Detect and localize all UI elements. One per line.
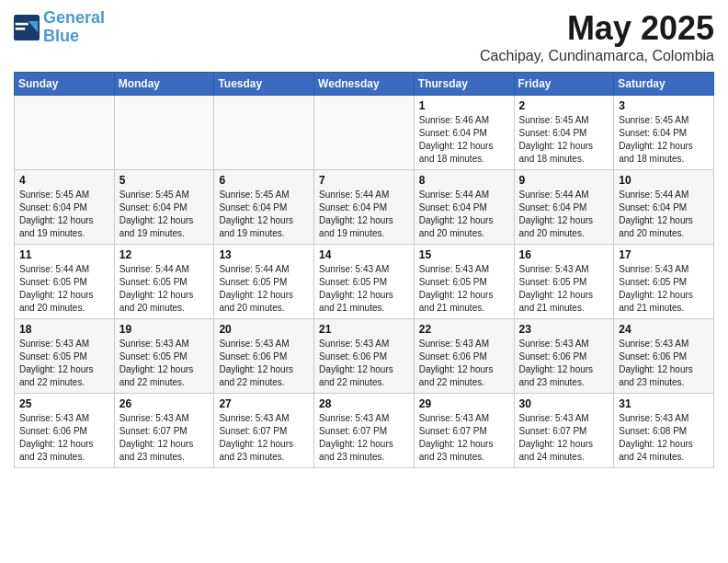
logo-blue: Blue (43, 27, 79, 45)
calendar-week-row: 11Sunrise: 5:44 AM Sunset: 6:05 PM Dayli… (15, 245, 714, 319)
day-number: 21 (319, 323, 409, 336)
svg-rect-2 (16, 23, 28, 26)
day-info: Sunrise: 5:43 AM Sunset: 6:05 PM Dayligh… (19, 338, 109, 389)
day-number: 26 (119, 397, 210, 410)
day-number: 18 (19, 323, 109, 336)
calendar-cell: 4Sunrise: 5:45 AM Sunset: 6:04 PM Daylig… (15, 170, 115, 245)
day-info: Sunrise: 5:43 AM Sunset: 6:06 PM Dayligh… (219, 338, 309, 389)
calendar-week-row: 4Sunrise: 5:45 AM Sunset: 6:04 PM Daylig… (15, 170, 714, 245)
day-number: 19 (119, 323, 210, 336)
day-number: 15 (419, 248, 509, 261)
day-info: Sunrise: 5:45 AM Sunset: 6:04 PM Dayligh… (619, 114, 709, 166)
day-number: 11 (19, 248, 109, 261)
calendar-cell: 28Sunrise: 5:43 AM Sunset: 6:07 PM Dayli… (314, 394, 415, 468)
calendar-cell: 27Sunrise: 5:43 AM Sunset: 6:07 PM Dayli… (214, 394, 314, 468)
day-number: 13 (219, 248, 309, 261)
day-number: 6 (219, 174, 309, 187)
calendar-cell: 5Sunrise: 5:45 AM Sunset: 6:04 PM Daylig… (114, 170, 214, 245)
logo-text: General Blue (43, 9, 105, 46)
day-number: 1 (419, 99, 509, 112)
calendar-cell: 30Sunrise: 5:43 AM Sunset: 6:07 PM Dayli… (514, 394, 614, 468)
day-info: Sunrise: 5:45 AM Sunset: 6:04 PM Dayligh… (519, 114, 609, 166)
day-info: Sunrise: 5:44 AM Sunset: 6:04 PM Dayligh… (319, 189, 409, 240)
weekday-header-monday: Monday (114, 73, 214, 96)
day-info: Sunrise: 5:44 AM Sunset: 6:04 PM Dayligh… (619, 189, 709, 240)
calendar-cell: 31Sunrise: 5:43 AM Sunset: 6:08 PM Dayli… (614, 394, 714, 468)
day-info: Sunrise: 5:44 AM Sunset: 6:05 PM Dayligh… (19, 263, 109, 315)
day-info: Sunrise: 5:43 AM Sunset: 6:06 PM Dayligh… (519, 338, 609, 389)
day-number: 16 (519, 248, 609, 261)
logo-general: General (43, 8, 105, 27)
day-info: Sunrise: 5:43 AM Sunset: 6:05 PM Dayligh… (319, 263, 409, 315)
day-number: 28 (319, 397, 409, 410)
calendar-cell (15, 96, 115, 170)
day-number: 10 (619, 174, 709, 187)
day-info: Sunrise: 5:44 AM Sunset: 6:05 PM Dayligh… (219, 263, 309, 315)
day-info: Sunrise: 5:43 AM Sunset: 6:05 PM Dayligh… (619, 263, 709, 315)
weekday-header-sunday: Sunday (15, 73, 115, 96)
calendar-week-row: 1Sunrise: 5:46 AM Sunset: 6:04 PM Daylig… (15, 96, 714, 170)
day-number: 8 (419, 174, 509, 187)
day-info: Sunrise: 5:43 AM Sunset: 6:06 PM Dayligh… (419, 338, 509, 389)
calendar-cell: 25Sunrise: 5:43 AM Sunset: 6:06 PM Dayli… (15, 394, 115, 468)
day-info: Sunrise: 5:43 AM Sunset: 6:07 PM Dayligh… (519, 412, 609, 464)
calendar-cell (214, 96, 314, 170)
day-info: Sunrise: 5:43 AM Sunset: 6:06 PM Dayligh… (19, 412, 109, 464)
calendar-cell: 19Sunrise: 5:43 AM Sunset: 6:05 PM Dayli… (114, 319, 214, 394)
day-info: Sunrise: 5:45 AM Sunset: 6:04 PM Dayligh… (119, 189, 210, 240)
calendar-table: SundayMondayTuesdayWednesdayThursdayFrid… (14, 72, 714, 468)
calendar-cell: 6Sunrise: 5:45 AM Sunset: 6:04 PM Daylig… (214, 170, 314, 245)
calendar-cell: 26Sunrise: 5:43 AM Sunset: 6:07 PM Dayli… (114, 394, 214, 468)
calendar-cell: 16Sunrise: 5:43 AM Sunset: 6:05 PM Dayli… (514, 245, 614, 319)
day-number: 7 (319, 174, 409, 187)
weekday-header-row: SundayMondayTuesdayWednesdayThursdayFrid… (15, 73, 714, 96)
logo: General Blue (14, 9, 105, 46)
day-info: Sunrise: 5:43 AM Sunset: 6:05 PM Dayligh… (119, 338, 210, 389)
weekday-header-wednesday: Wednesday (314, 73, 415, 96)
day-number: 2 (519, 99, 609, 112)
day-info: Sunrise: 5:43 AM Sunset: 6:07 PM Dayligh… (119, 412, 210, 464)
weekday-header-saturday: Saturday (614, 73, 714, 96)
calendar-cell: 8Sunrise: 5:44 AM Sunset: 6:04 PM Daylig… (414, 170, 514, 245)
calendar-cell: 17Sunrise: 5:43 AM Sunset: 6:05 PM Dayli… (614, 245, 714, 319)
day-info: Sunrise: 5:43 AM Sunset: 6:07 PM Dayligh… (219, 412, 309, 464)
day-info: Sunrise: 5:44 AM Sunset: 6:04 PM Dayligh… (519, 189, 609, 240)
day-number: 31 (619, 397, 709, 410)
day-number: 30 (519, 397, 609, 410)
day-info: Sunrise: 5:43 AM Sunset: 6:06 PM Dayligh… (619, 338, 709, 389)
day-info: Sunrise: 5:43 AM Sunset: 6:05 PM Dayligh… (419, 263, 509, 315)
day-number: 20 (219, 323, 309, 336)
calendar-cell: 13Sunrise: 5:44 AM Sunset: 6:05 PM Dayli… (214, 245, 314, 319)
day-info: Sunrise: 5:45 AM Sunset: 6:04 PM Dayligh… (19, 189, 109, 240)
calendar-cell: 22Sunrise: 5:43 AM Sunset: 6:06 PM Dayli… (414, 319, 514, 394)
day-number: 27 (219, 397, 309, 410)
day-info: Sunrise: 5:44 AM Sunset: 6:05 PM Dayligh… (119, 263, 210, 315)
day-info: Sunrise: 5:43 AM Sunset: 6:08 PM Dayligh… (619, 412, 709, 464)
day-number: 17 (619, 248, 709, 261)
day-info: Sunrise: 5:44 AM Sunset: 6:04 PM Dayligh… (419, 189, 509, 240)
calendar-cell: 14Sunrise: 5:43 AM Sunset: 6:05 PM Dayli… (314, 245, 415, 319)
logo-icon (14, 15, 40, 40)
day-info: Sunrise: 5:43 AM Sunset: 6:05 PM Dayligh… (519, 263, 609, 315)
day-info: Sunrise: 5:45 AM Sunset: 6:04 PM Dayligh… (219, 189, 309, 240)
calendar-cell: 1Sunrise: 5:46 AM Sunset: 6:04 PM Daylig… (414, 96, 514, 170)
day-number: 23 (519, 323, 609, 336)
subtitle: Cachipay, Cundinamarca, Colombia (480, 48, 714, 64)
calendar-cell: 23Sunrise: 5:43 AM Sunset: 6:06 PM Dayli… (514, 319, 614, 394)
day-number: 24 (619, 323, 709, 336)
weekday-header-thursday: Thursday (414, 73, 514, 96)
calendar-cell (114, 96, 214, 170)
calendar-cell: 2Sunrise: 5:45 AM Sunset: 6:04 PM Daylig… (514, 96, 614, 170)
svg-rect-3 (16, 28, 26, 30)
calendar-cell: 24Sunrise: 5:43 AM Sunset: 6:06 PM Dayli… (614, 319, 714, 394)
day-info: Sunrise: 5:43 AM Sunset: 6:06 PM Dayligh… (319, 338, 409, 389)
day-number: 5 (119, 174, 210, 187)
day-number: 14 (319, 248, 409, 261)
calendar-cell: 15Sunrise: 5:43 AM Sunset: 6:05 PM Dayli… (414, 245, 514, 319)
title-block: May 2025 Cachipay, Cundinamarca, Colombi… (480, 9, 714, 64)
calendar-week-row: 25Sunrise: 5:43 AM Sunset: 6:06 PM Dayli… (15, 394, 714, 468)
calendar-cell: 20Sunrise: 5:43 AM Sunset: 6:06 PM Dayli… (214, 319, 314, 394)
calendar-cell: 11Sunrise: 5:44 AM Sunset: 6:05 PM Dayli… (15, 245, 115, 319)
day-info: Sunrise: 5:43 AM Sunset: 6:07 PM Dayligh… (319, 412, 409, 464)
calendar-cell: 21Sunrise: 5:43 AM Sunset: 6:06 PM Dayli… (314, 319, 415, 394)
